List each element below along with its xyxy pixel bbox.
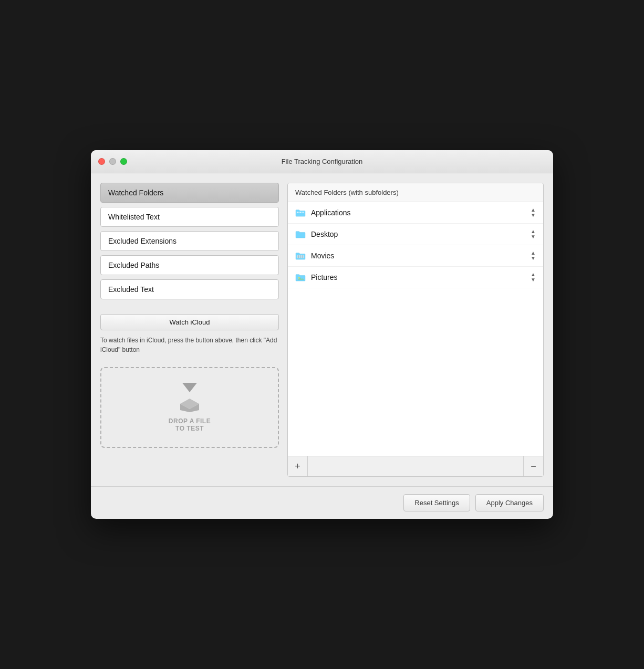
folder-icon-desktop xyxy=(295,230,306,238)
window-title: File Tracking Configuration xyxy=(282,158,363,165)
folder-item-pictures[interactable]: Pictures ▲ ▼ xyxy=(288,267,543,288)
icloud-description: To watch files in iCloud, press the butt… xyxy=(100,336,279,354)
nav-excluded-text[interactable]: Excluded Text xyxy=(100,279,279,299)
folder-name-movies: Movies xyxy=(311,252,531,260)
drop-icon xyxy=(180,383,199,412)
svg-rect-3 xyxy=(299,212,302,213)
bottom-bar: Reset Settings Apply Changes xyxy=(91,486,553,519)
folder-icon-pictures xyxy=(295,273,306,281)
stepper-desktop[interactable]: ▲ ▼ xyxy=(531,229,536,239)
close-button[interactable] xyxy=(98,158,105,165)
right-panel-footer: + − xyxy=(288,456,543,476)
folder-item-applications[interactable]: Applications ▲ ▼ xyxy=(288,202,543,224)
nav-watched-folders[interactable]: Watched Folders xyxy=(100,183,279,203)
nav-excluded-paths[interactable]: Excluded Paths xyxy=(100,255,279,275)
nav-whitelisted-text[interactable]: Whitelisted Text xyxy=(100,207,279,227)
left-panel: Watched Folders Whitelisted Text Exclude… xyxy=(100,183,279,477)
stepper-pictures[interactable]: ▲ ▼ xyxy=(531,272,536,283)
folder-name-pictures: Pictures xyxy=(311,273,531,281)
drop-zone[interactable]: DROP A FILE TO TEST xyxy=(100,367,279,448)
remove-folder-button[interactable]: − xyxy=(523,456,543,476)
folder-list: Applications ▲ ▼ Desktop ▲ xyxy=(288,202,543,456)
reset-settings-button[interactable]: Reset Settings xyxy=(403,494,470,511)
right-panel: Watched Folders (with subfolders) Applic… xyxy=(287,183,544,477)
nav-excluded-extensions[interactable]: Excluded Extensions xyxy=(100,231,279,251)
folder-icon-movies xyxy=(295,252,306,260)
drop-arrow-icon xyxy=(182,383,197,392)
drop-box-icon xyxy=(180,396,199,412)
titlebar: File Tracking Configuration xyxy=(91,150,553,173)
stepper-applications[interactable]: ▲ ▼ xyxy=(531,207,536,218)
folder-item-movies[interactable]: Movies ▲ ▼ xyxy=(288,245,543,267)
watch-icloud-button[interactable]: Watch iCloud xyxy=(100,314,279,330)
main-window: File Tracking Configuration Watched Fold… xyxy=(91,150,553,519)
content-area: Watched Folders Whitelisted Text Exclude… xyxy=(91,173,553,486)
apply-changes-button[interactable]: Apply Changes xyxy=(475,494,544,511)
folder-item-desktop[interactable]: Desktop ▲ ▼ xyxy=(288,224,543,245)
svg-rect-4 xyxy=(303,212,304,213)
folder-icon-applications xyxy=(295,208,306,217)
footer-spacer xyxy=(308,456,523,476)
folder-name-applications: Applications xyxy=(311,208,531,217)
traffic-lights xyxy=(98,158,127,165)
drop-zone-text: DROP A FILE TO TEST xyxy=(169,417,211,432)
add-folder-button[interactable]: + xyxy=(288,456,308,476)
panel-header: Watched Folders (with subfolders) xyxy=(288,183,543,202)
folder-name-desktop: Desktop xyxy=(311,230,531,238)
stepper-movies[interactable]: ▲ ▼ xyxy=(531,250,536,261)
maximize-button[interactable] xyxy=(120,158,127,165)
svg-rect-2 xyxy=(297,212,299,213)
minimize-button[interactable] xyxy=(109,158,116,165)
